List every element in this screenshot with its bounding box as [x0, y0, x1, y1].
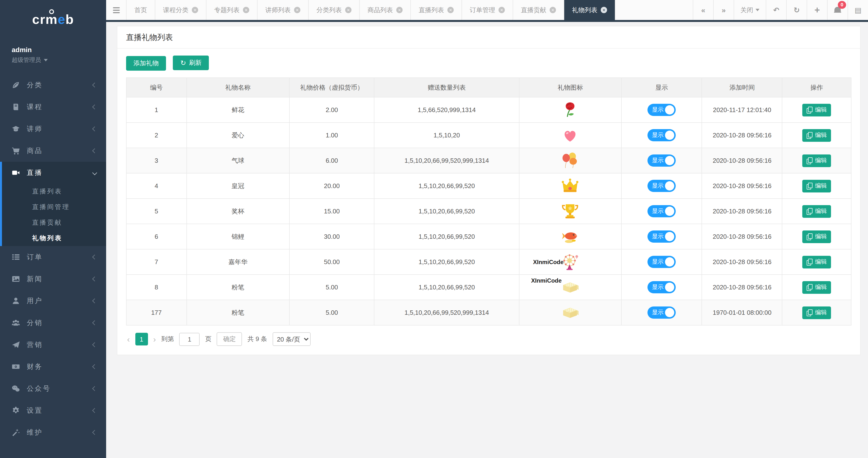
notifications-button[interactable]: 0 — [827, 0, 847, 20]
col-header-display: 显示 — [621, 78, 702, 97]
col-header-icon: 礼物图标 — [519, 78, 621, 97]
image-icon — [12, 275, 20, 283]
close-icon[interactable]: × — [294, 7, 300, 13]
toggle-knob — [665, 232, 674, 241]
edit-button[interactable]: 编辑 — [802, 281, 831, 293]
toggle-knob — [665, 181, 674, 191]
ferris-wheel-icon — [561, 253, 580, 271]
sidebar-item-live[interactable]: 直播 — [2, 162, 106, 184]
sidebar-item-live-contribution[interactable]: 直播贡献 — [2, 215, 106, 230]
page-1-button[interactable]: 1 — [135, 333, 148, 345]
edit-button[interactable]: 编辑 — [802, 154, 831, 167]
sidebar-item-live-room-management[interactable]: 直播间管理 — [2, 199, 106, 215]
scroll-tabs-right-button[interactable]: » — [713, 0, 734, 20]
tab-product-list[interactable]: 商品列表× — [360, 0, 411, 20]
edit-button[interactable]: 编辑 — [802, 205, 831, 218]
sidebar-item-marketing[interactable]: 营销 — [0, 334, 106, 356]
user-role-dropdown[interactable]: 超级管理员 — [12, 56, 94, 64]
close-icon[interactable]: × — [243, 7, 249, 13]
display-toggle[interactable]: 显示 — [648, 104, 676, 116]
sidebar-collapse-button[interactable] — [106, 0, 127, 20]
table-row: 6 锦鲤 30.00 1,5,10,20,66,99,520 显示 2020-1… — [126, 224, 851, 249]
tab-course-category[interactable]: 课程分类× — [155, 0, 207, 20]
sidebar-item-distribution[interactable]: 分销 — [0, 312, 106, 334]
magic-wand-icon — [12, 428, 20, 436]
tab-order-management[interactable]: 订单管理× — [462, 0, 513, 20]
scroll-tabs-left-button[interactable]: « — [693, 0, 713, 20]
prev-page-button[interactable]: ‹ — [127, 335, 130, 343]
refresh-page-button[interactable]: ↻ — [786, 0, 807, 20]
display-toggle[interactable]: 显示 — [648, 180, 676, 192]
sidebar-item-news[interactable]: 新闻 — [0, 268, 106, 290]
undo-button[interactable]: ↶ — [766, 0, 786, 20]
display-toggle[interactable]: 显示 — [648, 154, 676, 167]
goto-page-input[interactable] — [179, 333, 200, 346]
edit-button[interactable]: 编辑 — [802, 104, 831, 116]
sidebar: crmeb admin 超级管理员 分类 课程 讲师 — [0, 0, 106, 458]
tab-spacer — [615, 0, 693, 20]
close-icon[interactable]: × — [447, 7, 454, 13]
toggle-knob — [665, 131, 674, 140]
sidebar-item-finance[interactable]: 财务 — [0, 356, 106, 378]
toggle-knob — [665, 308, 674, 317]
page-title: 直播礼物列表 — [117, 26, 860, 49]
next-page-button[interactable]: › — [153, 335, 156, 343]
sidebar-item-product[interactable]: 商品 — [0, 140, 106, 162]
display-toggle[interactable]: 显示 — [648, 205, 676, 217]
sidebar-item-live-list[interactable]: 直播列表 — [2, 184, 106, 199]
close-tabs-dropdown[interactable]: 关闭 — [734, 0, 766, 20]
display-toggle[interactable]: 显示 — [648, 307, 676, 319]
goto-confirm-button[interactable]: 确定 — [217, 332, 242, 346]
caret-down-icon — [44, 59, 48, 61]
wechat-icon — [12, 384, 20, 393]
chevron-down-icon — [92, 170, 97, 175]
table-row: 5 奖杯 15.00 1,5,10,20,66,99,520 显示 2020-1… — [126, 199, 851, 224]
copy-icon — [807, 233, 812, 240]
edit-button[interactable]: 编辑 — [802, 129, 831, 142]
edit-button[interactable]: 编辑 — [802, 179, 831, 192]
page-size-select[interactable]: 20 条/页 — [273, 332, 311, 346]
tab-gift-list[interactable]: 礼物列表× — [564, 0, 615, 20]
add-gift-button[interactable]: 添加礼物 — [126, 56, 166, 70]
edit-button[interactable]: 编辑 — [802, 256, 831, 268]
close-icon[interactable]: × — [396, 7, 403, 13]
close-icon[interactable]: × — [192, 7, 198, 13]
tab-category-list[interactable]: 分类列表× — [309, 0, 360, 20]
koi-fish-icon — [561, 227, 580, 246]
col-header-quantities: 赠送数量列表 — [374, 78, 519, 97]
display-toggle[interactable]: 显示 — [648, 281, 676, 293]
edit-button[interactable]: 编辑 — [802, 230, 831, 243]
tab-live-contribution[interactable]: 直播贡献× — [513, 0, 564, 20]
sidebar-item-maintenance[interactable]: 维护 — [0, 422, 106, 443]
col-header-actions: 操作 — [782, 78, 851, 97]
sidebar-item-category[interactable]: 分类 — [0, 74, 106, 96]
tab-live-list[interactable]: 直播列表× — [411, 0, 462, 20]
col-header-price: 礼物价格（虚拟货币） — [289, 78, 374, 97]
refresh-button[interactable]: ↻刷新 — [173, 56, 209, 70]
close-icon[interactable]: × — [550, 7, 556, 13]
sidebar-item-official-account[interactable]: 公众号 — [0, 378, 106, 400]
display-toggle[interactable]: 显示 — [648, 230, 676, 242]
layout-button[interactable]: ▤ — [847, 0, 868, 20]
sidebar-item-order[interactable]: 订单 — [0, 246, 106, 268]
fullscreen-move-button[interactable]: + — [807, 0, 827, 20]
sidebar-item-gift-list[interactable]: 礼物列表 — [2, 230, 106, 246]
display-toggle[interactable]: 显示 — [648, 129, 676, 141]
sidebar-item-user[interactable]: 用户 — [0, 290, 106, 312]
chevron-left-icon — [92, 83, 97, 87]
chevron-left-icon — [92, 364, 97, 369]
edit-button[interactable]: 编辑 — [802, 306, 831, 319]
leaf-icon — [12, 81, 20, 89]
tab-home[interactable]: 首页 — [127, 0, 155, 20]
sidebar-item-lecturer[interactable]: 讲师 — [0, 118, 106, 140]
tab-lecturer-list[interactable]: 讲师列表× — [257, 0, 309, 20]
close-icon[interactable]: × — [601, 7, 607, 13]
tab-topic-list[interactable]: 专题列表× — [207, 0, 257, 20]
close-icon[interactable]: × — [345, 7, 351, 13]
display-toggle[interactable]: 显示 — [648, 256, 676, 268]
sidebar-item-settings[interactable]: 设置 — [0, 400, 106, 422]
sidebar-item-course[interactable]: 课程 — [0, 96, 106, 118]
toggle-knob — [665, 207, 674, 216]
chevron-left-icon — [92, 255, 97, 259]
close-icon[interactable]: × — [498, 7, 505, 13]
